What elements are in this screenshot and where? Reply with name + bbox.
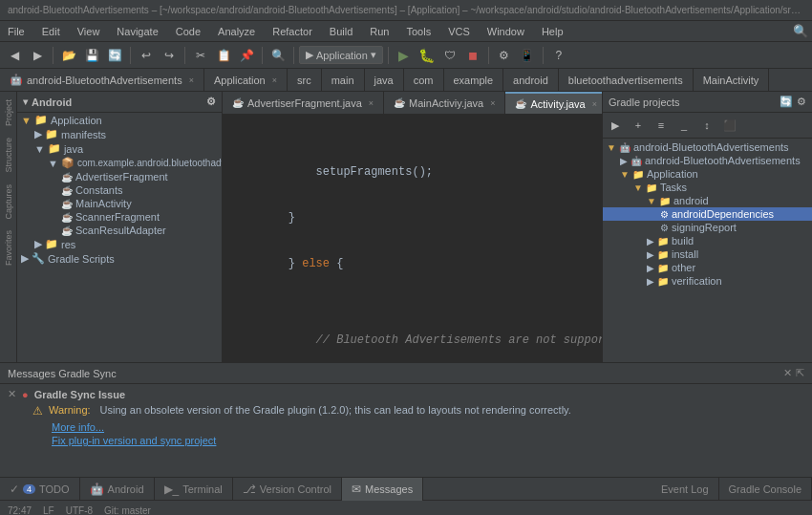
- stop-btn[interactable]: ◼: [462, 45, 483, 66]
- copy-btn[interactable]: 📋: [213, 45, 234, 66]
- editor-tab-mainactivity[interactable]: ☕ MainActiviy.java ×: [384, 92, 505, 115]
- code-editor[interactable]: setupFragments(); } } else {: [223, 115, 602, 362]
- sync-btn[interactable]: 🔄: [104, 45, 125, 66]
- search-icon[interactable]: 🔍: [793, 24, 808, 38]
- app-selector[interactable]: ▶ Application ▾: [299, 46, 383, 64]
- editor-tab-advertiser[interactable]: ☕ AdvertiserFragment.java ×: [223, 92, 384, 115]
- menu-window[interactable]: Window: [483, 26, 528, 37]
- tree-item-mainactivity[interactable]: ☕ MainActivity: [17, 197, 222, 210]
- help-icon-btn[interactable]: ?: [548, 45, 569, 66]
- gradle-item-android-deps[interactable]: ⚙ androidDependencies: [603, 207, 812, 221]
- open-btn[interactable]: 📂: [58, 45, 79, 66]
- gradle-item-application[interactable]: ▼ 📁 Application: [603, 167, 812, 181]
- menu-analyze[interactable]: Analyze: [214, 26, 259, 37]
- gradle-item-signing[interactable]: ⚙ signingReport: [603, 221, 812, 234]
- paste-btn[interactable]: 📌: [236, 45, 257, 66]
- android-dropdown-icon[interactable]: ▾: [23, 97, 28, 107]
- forward-btn[interactable]: ▶: [27, 45, 48, 66]
- gradle-group-btn[interactable]: ⬛: [719, 115, 740, 136]
- gradle-refresh-btn[interactable]: 🔄: [780, 96, 793, 108]
- sdk-btn[interactable]: ⚙: [494, 45, 515, 66]
- menu-edit[interactable]: Edit: [38, 26, 64, 37]
- tree-item-package[interactable]: ▼ 📦 com.example.android.bluetoothadverti…: [17, 156, 222, 170]
- close-icon[interactable]: ×: [189, 75, 194, 85]
- fix-plugin-link[interactable]: Fix plug-in version and sync project: [52, 435, 216, 446]
- tree-item-java[interactable]: ▼ 📁 java: [17, 141, 222, 156]
- gradle-settings-btn[interactable]: ⚙: [797, 96, 806, 108]
- gradle-run-btn[interactable]: ▶: [605, 115, 626, 136]
- breadcrumb-android[interactable]: android: [503, 69, 559, 92]
- redo-btn[interactable]: ↪: [159, 45, 180, 66]
- terminal-tab[interactable]: ▶_ Terminal: [155, 478, 233, 501]
- android-tab[interactable]: 🤖 Android: [80, 478, 155, 501]
- back-btn[interactable]: ◀: [4, 45, 25, 66]
- event-log-btn[interactable]: Event Log: [652, 478, 719, 501]
- tree-item-gradle-scripts[interactable]: ▶ 🔧 Gradle Scripts: [17, 251, 222, 266]
- gradle-item-verification[interactable]: ▶ 📁 verification: [603, 274, 812, 288]
- version-control-tab[interactable]: ⎇ Version Control: [233, 478, 342, 501]
- messages-tab[interactable]: ✉ Messages: [342, 478, 423, 501]
- menu-navigate[interactable]: Navigate: [113, 26, 161, 37]
- coverage-btn[interactable]: 🛡: [439, 45, 460, 66]
- run-btn[interactable]: ▶: [394, 45, 415, 66]
- gradle-item-android[interactable]: ▼ 📁 android: [603, 194, 812, 207]
- find-btn[interactable]: 🔍: [267, 45, 288, 66]
- structure-tab-btn[interactable]: Structure: [2, 134, 15, 177]
- captures-tab-btn[interactable]: Captures: [2, 181, 15, 224]
- gradle-expand-btn[interactable]: ≡: [651, 115, 672, 136]
- todo-tab[interactable]: ✓ 4 TODO: [0, 478, 80, 501]
- gradle-item-tasks[interactable]: ▼ 📁 Tasks: [603, 181, 812, 194]
- tree-item-constants[interactable]: ☕ Constants: [17, 183, 222, 197]
- breadcrumb-com[interactable]: com: [404, 69, 444, 92]
- more-info-link[interactable]: More info...: [52, 421, 104, 433]
- breadcrumb-mainactivity[interactable]: MainActivity: [694, 69, 770, 92]
- maximize-panel-btn[interactable]: ⇱: [796, 367, 804, 379]
- avd-btn[interactable]: 📱: [517, 45, 538, 66]
- breadcrumb-src[interactable]: src: [288, 69, 322, 92]
- tree-item-advertiser[interactable]: ☕ AdvertiserFragment: [17, 170, 222, 183]
- debug-btn[interactable]: 🐛: [417, 45, 438, 66]
- menu-refactor[interactable]: Refactor: [268, 26, 316, 37]
- tree-item-res[interactable]: ▶ 📁 res: [17, 237, 222, 251]
- save-btn[interactable]: 💾: [81, 45, 102, 66]
- tree-item-manifests[interactable]: ▶ 📁 manifests: [17, 127, 222, 141]
- breadcrumb-bluetoothadvertisements[interactable]: bluetoothadvertisements: [559, 69, 694, 92]
- undo-btn[interactable]: ↩: [136, 45, 157, 66]
- gradle-sort-btn[interactable]: ↕: [696, 115, 717, 136]
- gradle-item-project[interactable]: ▶ 🤖 android-BluetoothAdvertisements: [603, 154, 812, 167]
- cut-btn[interactable]: ✂: [190, 45, 211, 66]
- breadcrumb-application[interactable]: Application ×: [204, 69, 288, 92]
- project-tab-btn[interactable]: Project: [2, 96, 15, 130]
- breadcrumb-example[interactable]: example: [444, 69, 504, 92]
- tree-item-scanner[interactable]: ☕ ScannerFragment: [17, 210, 222, 224]
- tree-item-scanresult[interactable]: ☕ ScanResultAdapter: [17, 224, 222, 237]
- breadcrumb-java[interactable]: java: [365, 69, 404, 92]
- tree-item-application[interactable]: ▼ 📁 Application: [17, 113, 222, 127]
- gradle-collapse-btn[interactable]: _: [673, 115, 694, 136]
- gradle-toggle-btn[interactable]: +: [628, 115, 649, 136]
- gradle-item-build[interactable]: ▶ 📁 build: [603, 234, 812, 247]
- menu-file[interactable]: File: [4, 26, 29, 37]
- close-panel-btn[interactable]: ✕: [783, 367, 792, 379]
- gradle-console-btn[interactable]: Gradle Console: [719, 478, 812, 501]
- gear-icon[interactable]: ⚙: [206, 96, 216, 108]
- menu-run[interactable]: Run: [366, 26, 393, 37]
- menu-vcs[interactable]: VCS: [444, 26, 474, 37]
- close-tab-icon3[interactable]: ×: [592, 99, 597, 109]
- breadcrumb-main[interactable]: main: [322, 69, 365, 92]
- close-tab-icon2[interactable]: ×: [490, 98, 495, 108]
- close-icon2[interactable]: ✕: [8, 388, 16, 400]
- gradle-item-install[interactable]: ▶ 📁 install: [603, 247, 812, 261]
- close-tab-icon[interactable]: ×: [369, 98, 374, 108]
- menu-tools[interactable]: Tools: [402, 26, 435, 37]
- breadcrumb-project[interactable]: 🤖 android-BluetoothAdvertisements ×: [0, 69, 204, 92]
- favorites-tab-btn[interactable]: Favorites: [2, 226, 15, 269]
- close-icon[interactable]: ×: [272, 75, 277, 85]
- gradle-item-other[interactable]: ▶ 📁 other: [603, 261, 812, 274]
- menu-help[interactable]: Help: [538, 26, 567, 37]
- menu-code[interactable]: Code: [172, 26, 204, 37]
- menu-build[interactable]: Build: [326, 26, 356, 37]
- gradle-item-root[interactable]: ▼ 🤖 android-BluetoothAdvertisements: [603, 140, 812, 154]
- menu-view[interactable]: View: [74, 26, 104, 37]
- editor-tab-activity[interactable]: ☕ Activity.java ×: [505, 92, 602, 115]
